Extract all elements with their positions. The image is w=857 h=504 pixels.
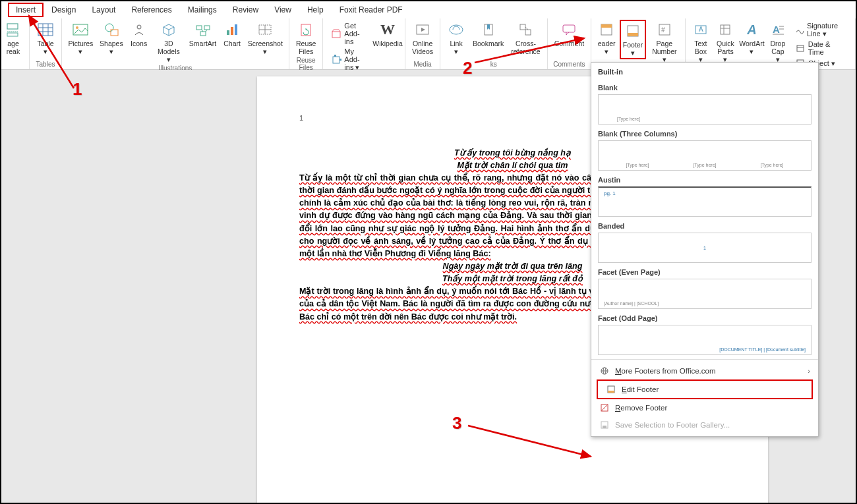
- 3d-models-button[interactable]: 3D Models ▾: [152, 20, 185, 65]
- svg-rect-62: [608, 391, 614, 393]
- tab-review[interactable]: Review: [225, 3, 266, 16]
- dropcap-button[interactable]: A Drop Cap ▾: [767, 20, 789, 65]
- doc-title-2: Mặt trời chân lí chói qua tim: [458, 161, 568, 170]
- svg-rect-2: [7, 33, 18, 36]
- annotation-arrow-1: [22, 9, 82, 95]
- svg-rect-17: [200, 32, 206, 36]
- annotation-3: 3: [452, 413, 461, 434]
- online-videos-button[interactable]: Online Videos: [409, 20, 436, 57]
- textbox-button[interactable]: A Text Box ▾: [690, 20, 712, 65]
- svg-rect-0: [7, 24, 18, 29]
- link-button[interactable]: Link▾: [444, 20, 468, 57]
- my-addins-button[interactable]: My Add-ins ▾: [328, 47, 371, 72]
- save-footer-label: Save Selection to Footer Gallery...: [615, 421, 730, 429]
- group-label-media: Media: [409, 61, 436, 69]
- tab-references[interactable]: References: [123, 3, 179, 16]
- chevron-right-icon: ›: [808, 367, 810, 375]
- edit-footer-icon: [606, 384, 616, 395]
- svg-rect-66: [603, 426, 606, 428]
- get-addins-button[interactable]: Get Add-ins: [328, 21, 371, 46]
- shapes-button[interactable]: Shapes▾: [98, 20, 125, 57]
- tab-view[interactable]: View: [266, 3, 299, 16]
- edit-footer-label: Edit Footer: [622, 385, 659, 393]
- datetime-button[interactable]: Date & Time: [792, 40, 850, 57]
- wikipedia-icon: W: [378, 21, 397, 38]
- reuse-files-button[interactable]: Reuse Files: [293, 20, 318, 57]
- quickparts-button[interactable]: Quick Parts ▾: [714, 20, 737, 65]
- wikipedia-button[interactable]: W Wikipedia: [374, 20, 401, 49]
- svg-rect-20: [227, 30, 229, 35]
- icons-button[interactable]: Icons: [127, 20, 150, 49]
- video-icon: [413, 21, 432, 38]
- page-number-button[interactable]: # Page Number ▾: [648, 20, 681, 65]
- doc-title-4: Thấy một mặt trời trong lăng rất đỏ: [442, 274, 583, 283]
- globe-icon: [599, 366, 610, 376]
- svg-rect-39: [563, 25, 575, 32]
- dropcap-icon: A: [769, 21, 787, 38]
- svg-rect-43: [628, 33, 638, 36]
- annotation-arrow-2: [473, 33, 592, 66]
- header-button[interactable]: eader▾: [595, 20, 618, 57]
- addins-icon: [331, 55, 341, 65]
- svg-rect-16: [204, 26, 210, 30]
- svg-marker-32: [421, 28, 425, 32]
- gallery-item-austin[interactable]: pg. 1: [598, 186, 812, 217]
- smartart-button[interactable]: SmartArt: [187, 20, 219, 49]
- gallery-label-banded: Banded: [598, 217, 812, 233]
- link-label: Link▾: [450, 40, 462, 55]
- icons-label: Icons: [131, 40, 147, 47]
- gallery-item-facet-even[interactable]: [Author name] | [SCHOOL]: [598, 279, 812, 309]
- svg-line-68: [29, 16, 74, 88]
- gallery-item-blank[interactable]: [Type here]: [598, 94, 812, 125]
- header-label: eader▾: [598, 40, 616, 55]
- gallery-item-banded[interactable]: 1: [598, 233, 812, 263]
- icons-icon: [130, 21, 148, 38]
- tab-foxit[interactable]: Foxit Reader PDF: [332, 3, 411, 16]
- page-number-icon: #: [655, 21, 674, 38]
- ribbon-tabs: Insert Design Layout References Mailings…: [1, 1, 856, 18]
- screenshot-label: Screenshot▾: [248, 40, 283, 55]
- svg-rect-29: [334, 55, 336, 57]
- screenshot-icon: [256, 21, 274, 38]
- gallery-item-facet-odd[interactable]: [DOCUMENT TITLE] | [Document subtitle]: [598, 325, 812, 355]
- online-videos-label: Online Videos: [412, 40, 433, 55]
- signature-button[interactable]: Signature Line ▾: [792, 21, 850, 39]
- header-icon: [597, 21, 616, 38]
- edit-footer-cmd[interactable]: Edit Footer: [598, 381, 812, 398]
- svg-rect-15: [196, 26, 202, 30]
- doc-title-3: Ngày ngày mặt trời đi qua trên lăng: [443, 262, 583, 271]
- shapes-icon: [102, 21, 121, 38]
- doc-title-1: Từ ấy trong tôi bừng nắng hạ: [454, 148, 571, 157]
- screenshot-button[interactable]: Screenshot▾: [246, 20, 285, 57]
- svg-rect-41: [601, 24, 612, 28]
- gallery-item-blank3[interactable]: [Type here] [Type here] [Type here]: [598, 140, 812, 171]
- gallery-heading-builtin: Built-in: [598, 67, 812, 78]
- page-number-label: Page Number ▾: [651, 40, 678, 63]
- svg-rect-55: [797, 45, 804, 51]
- wordart-button[interactable]: A WordArt▾: [739, 20, 765, 57]
- signature-label: Signature Line ▾: [807, 22, 847, 38]
- svg-rect-48: [721, 25, 730, 34]
- chart-icon: [223, 21, 241, 38]
- tab-layout[interactable]: Layout: [84, 3, 123, 16]
- remove-footer-cmd[interactable]: Remove Footer: [591, 399, 818, 416]
- tab-help[interactable]: Help: [299, 3, 332, 16]
- footer-button[interactable]: Footer▾: [620, 20, 646, 59]
- dropcap-label: Drop Cap ▾: [769, 40, 786, 63]
- svg-marker-35: [487, 24, 490, 30]
- svg-line-38: [525, 27, 528, 30]
- smartart-icon: [194, 21, 212, 38]
- gallery-label-facet-odd: Facet (Odd Page): [598, 309, 812, 325]
- svg-rect-21: [231, 27, 233, 35]
- tab-mailings[interactable]: Mailings: [180, 3, 225, 16]
- more-footers-cmd[interactable]: More Footers from Office.com ›: [591, 362, 818, 379]
- wordart-icon: A: [742, 21, 761, 38]
- cube-icon: [160, 21, 178, 38]
- quickparts-icon: [716, 21, 734, 38]
- reuse-files-label: Reuse Files: [296, 40, 316, 55]
- wikipedia-label: Wikipedia: [372, 40, 403, 47]
- page-break-button[interactable]: age reak: [1, 20, 25, 57]
- wordart-label: WordArt▾: [739, 40, 764, 55]
- textbox-label: Text Box ▾: [692, 40, 709, 63]
- chart-button[interactable]: Chart: [221, 20, 244, 49]
